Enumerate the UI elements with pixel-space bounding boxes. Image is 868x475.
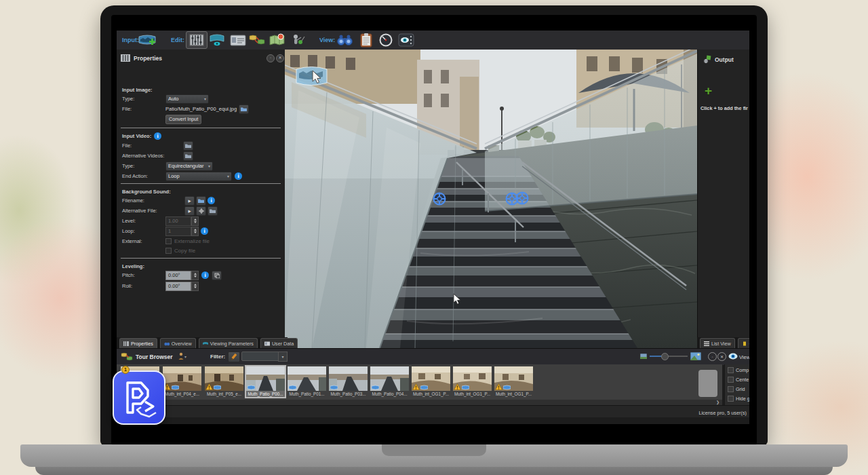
thumbnail-strip: Muth_int_P04_e... Muth_int_P05_e... Muth… — [117, 364, 722, 400]
play-sound-button[interactable] — [184, 196, 195, 206]
tab-output-clipped[interactable]: O — [738, 338, 749, 348]
slider-knob[interactable] — [661, 353, 669, 360]
large-thumbnail-icon[interactable] — [690, 352, 701, 360]
folder-icon — [241, 107, 247, 111]
level-stepper[interactable] — [191, 216, 199, 226]
panorama-badge-icon — [248, 385, 255, 390]
input-type-dropdown[interactable]: Auto — [165, 94, 209, 104]
tab-overview[interactable]: Overview — [160, 338, 196, 348]
edit-group-label: Edit: — [171, 31, 184, 50]
play-alt-sound-button[interactable] — [184, 206, 195, 216]
tour-map-button[interactable] — [247, 32, 267, 48]
externalize-checkbox[interactable] — [165, 238, 172, 244]
loop-stepper[interactable] — [191, 227, 199, 236]
tour-thumbnail[interactable]: Muth_int_OG1_P... — [453, 366, 492, 397]
option-hide-grid[interactable]: Hide g — [728, 396, 749, 402]
filter-edit-button[interactable] — [228, 352, 240, 362]
tab-properties[interactable]: Properties — [119, 338, 157, 348]
tab-list-view[interactable]: List View — [700, 338, 735, 348]
info-icon[interactable] — [235, 172, 242, 180]
browse-file-button[interactable] — [239, 104, 249, 114]
sort-button[interactable]: ▾ — [178, 352, 186, 360]
skin-editor-icon — [290, 33, 306, 47]
filter-input[interactable] — [241, 352, 279, 361]
panorama-viewport[interactable] — [285, 50, 697, 348]
tour-thumbnail[interactable]: Muth_int_OG1_P... — [412, 366, 450, 397]
filter-dropdown-button[interactable] — [278, 352, 288, 362]
copy-leveling-button[interactable] — [212, 271, 222, 280]
tab-user-data[interactable]: User Data — [260, 338, 298, 348]
clipboard-button[interactable] — [356, 32, 376, 48]
panorama-badge-icon — [214, 385, 221, 390]
browse-sound-button[interactable] — [196, 196, 206, 206]
input-video-section: Input Video: — [122, 133, 151, 139]
option-center[interactable]: Cente — [728, 377, 749, 383]
add-output-button[interactable]: + — [705, 85, 717, 97]
gauge-button[interactable] — [376, 32, 396, 48]
input-panorama-button[interactable] — [137, 32, 157, 48]
panorama-editor-button[interactable] — [207, 32, 227, 48]
option-grid[interactable]: Grid — [728, 386, 745, 392]
properties-tab-icon — [123, 341, 129, 346]
close-panel-icon[interactable]: ✕ — [276, 54, 284, 62]
copy-file-checkbox[interactable] — [165, 248, 172, 254]
tour-thumbnail[interactable]: Muth_int_P05_e... — [205, 366, 243, 397]
loop-spinbox[interactable]: 1 — [165, 227, 191, 236]
overview-button[interactable] — [334, 32, 355, 48]
browse-alt-sound-button[interactable] — [208, 206, 218, 216]
list-scrollbar[interactable] — [698, 370, 717, 397]
properties-button[interactable] — [186, 31, 208, 49]
view-label: View — [739, 354, 749, 360]
roll-spinbox[interactable]: 0.00° — [165, 282, 191, 291]
pitch-stepper[interactable] — [191, 271, 199, 280]
tour-thumbnail[interactable]: Muth_int_OG1_P... — [494, 366, 533, 397]
output-panel-title: Output — [715, 56, 734, 63]
video-type-label: Type: — [122, 163, 165, 169]
skin-editor-button[interactable] — [288, 32, 308, 48]
tour-thumbnail-selected[interactable]: Muth_Patio_P00... — [246, 366, 285, 397]
input-image-section: Input Image: — [122, 87, 153, 93]
user-data-button[interactable] — [228, 32, 248, 48]
info-icon[interactable] — [201, 271, 209, 279]
overview-tab-icon — [164, 341, 170, 346]
float-panel-icon[interactable]: ◦ — [267, 54, 275, 62]
video-type-dropdown[interactable]: Equirectangular — [165, 162, 213, 171]
browse-video-button[interactable] — [183, 141, 193, 151]
info-icon[interactable] — [208, 197, 215, 204]
pano2vr-app-logo[interactable] — [113, 370, 165, 425]
divider — [121, 183, 281, 184]
thumbnail-scrollbar[interactable] — [117, 400, 722, 405]
map-button[interactable] — [267, 32, 288, 48]
folder-icon — [185, 153, 191, 158]
info-icon[interactable] — [154, 132, 161, 140]
end-action-dropdown[interactable]: Loop — [165, 172, 232, 181]
tour-thumbnail[interactable]: Muth_Patio_P04... — [370, 366, 409, 397]
viewer-button[interactable] — [396, 32, 416, 48]
laptop-base-edge — [35, 467, 833, 475]
pitch-spinbox[interactable]: 0.00° — [165, 271, 191, 280]
level-label: Level: — [122, 218, 165, 224]
user-data-card-icon — [230, 33, 246, 47]
roll-stepper[interactable] — [191, 282, 199, 291]
license-text: License pro, 5 user(s) — [698, 410, 747, 416]
browse-alt-videos-button[interactable] — [183, 151, 193, 161]
tab-viewing-parameters[interactable]: Viewing Parameters — [199, 338, 258, 348]
gear-icon — [199, 208, 204, 214]
output-panel: Output + Click + to add the fir — [697, 50, 749, 337]
leveling-section: Leveling: — [122, 263, 144, 269]
tour-browser-header: Tour Browser ▾ Filter: ◦ ✕ — [117, 348, 749, 365]
tour-thumbnail[interactable]: Muth_Patio_P01... — [288, 366, 326, 397]
warning-icon — [495, 383, 502, 390]
view-eye-icon[interactable] — [728, 353, 738, 360]
tour-thumbnail[interactable]: Muth_int_P04_e... — [163, 366, 201, 397]
panorama-badge-icon — [330, 385, 338, 390]
circle-toggle-icon[interactable]: ◦ — [708, 352, 717, 361]
circle-close-icon[interactable]: ✕ — [717, 352, 726, 361]
info-icon[interactable] — [201, 227, 208, 235]
convert-input-button[interactable]: Convert Input — [165, 115, 201, 124]
level-spinbox[interactable]: 1.00 — [165, 216, 191, 226]
sound-settings-button[interactable] — [196, 206, 206, 216]
option-compass[interactable]: Comp — [728, 367, 749, 373]
tour-thumbnail[interactable]: Muth_Patio_P03... — [329, 366, 368, 397]
map-pin-icon — [269, 33, 285, 47]
